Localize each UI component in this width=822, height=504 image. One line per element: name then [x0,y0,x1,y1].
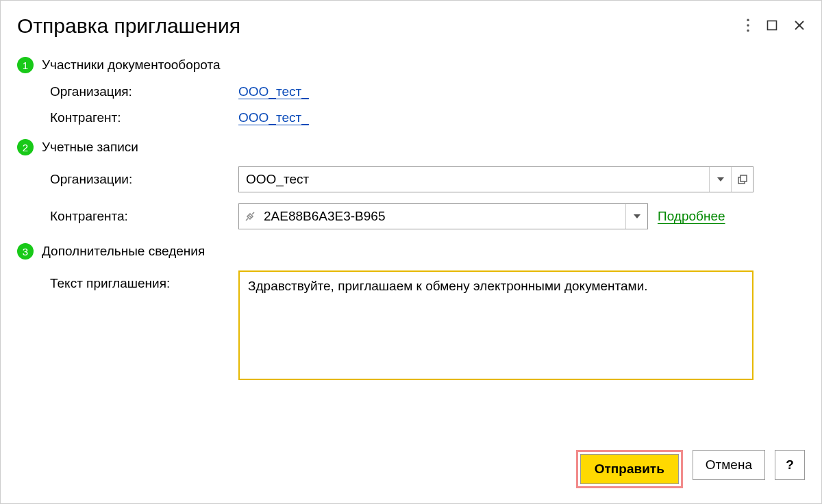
section-title-3: Дополнительные сведения [42,244,205,259]
section-header: 2 Учетные записи [17,139,805,155]
dropdown-icon[interactable] [709,167,731,192]
svg-point-0 [747,18,749,21]
link-contragent[interactable]: ООО_тест_ [238,110,309,125]
section-accounts: 2 Учетные записи Организации: ООО_тест К… [17,139,805,229]
titlebar: Отправка приглашения [17,14,805,38]
svg-point-1 [747,24,749,27]
field-contragent: Контрагент: ООО_тест_ [17,110,805,125]
field-contr-account: Контрагента: 2AE88B6A3E3-B965 Подробнее [17,203,805,229]
section-header: 3 Дополнительные сведения [17,243,805,260]
input-org-account-text[interactable]: ООО_тест [239,167,709,192]
label-contragent: Контрагент: [50,110,238,125]
window-controls [746,14,805,32]
section-title-1: Участники документооборота [42,58,220,73]
field-org-account: Организации: ООО_тест [17,166,805,192]
textarea-invitation[interactable] [238,270,754,380]
button-bar: Отправить Отмена ? [576,450,805,488]
window-title: Отправка приглашения [17,14,240,38]
label-invitation-text: Текст приглашения: [50,270,238,291]
label-org-account: Организации: [50,172,238,187]
kebab-menu-icon[interactable] [746,18,750,32]
section-header: 1 Участники документооборота [17,57,805,73]
section-title-2: Учетные записи [42,140,138,155]
link-more[interactable]: Подробнее [658,209,725,224]
input-org-account: ООО_тест [238,166,754,192]
input-contr-account: 2AE88B6A3E3-B965 [238,203,648,229]
maximize-icon[interactable] [767,20,777,31]
input-contr-account-text[interactable]: 2AE88B6A3E3-B965 [257,204,625,229]
close-icon[interactable] [794,20,805,31]
svg-rect-7 [740,175,747,181]
field-invitation-text: Текст приглашения: [17,270,805,383]
section-participants: 1 Участники документооборота Организация… [17,57,805,125]
svg-point-2 [747,29,749,32]
step-badge-1: 1 [17,57,34,73]
send-button[interactable]: Отправить [580,454,679,484]
label-organization: Организация: [50,84,238,99]
section-additional: 3 Дополнительные сведения Текст приглаше… [17,243,805,383]
cancel-button[interactable]: Отмена [693,450,765,480]
dialog-window: Отправка приглашения 1 Участники докумен… [0,0,822,504]
link-organization[interactable]: ООО_тест_ [238,84,309,99]
help-button[interactable]: ? [775,450,805,480]
step-badge-2: 2 [17,139,34,155]
open-external-icon[interactable] [731,167,753,192]
step-badge-3: 3 [17,243,34,260]
plug-icon [239,204,257,229]
svg-rect-3 [768,21,777,30]
label-contr-account: Контрагента: [50,209,238,224]
field-organization: Организация: ООО_тест_ [17,84,805,99]
send-button-highlight: Отправить [576,450,683,488]
dropdown-icon[interactable] [625,204,647,229]
